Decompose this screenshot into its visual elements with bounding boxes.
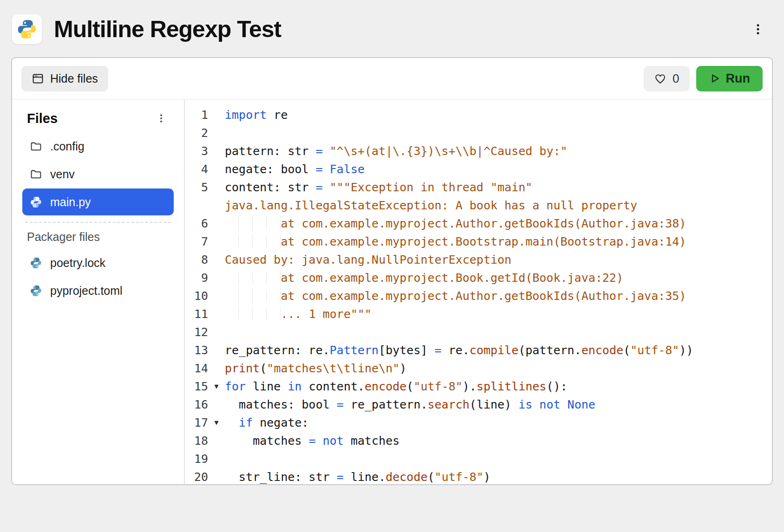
line-number: 9	[185, 269, 208, 287]
line-number: 16	[185, 396, 208, 414]
fold-spacer	[208, 432, 225, 450]
code-text: ... 1 more"""	[225, 305, 372, 323]
code-row: 6 at com.example.myproject.Author.getBoo…	[185, 214, 772, 233]
code-text: matches = not matches	[225, 432, 399, 450]
fold-arrow-icon[interactable]: ▼	[208, 414, 225, 432]
sidebar-item-poetry-lock[interactable]: poetry.lock	[22, 249, 174, 276]
fold-spacer	[208, 359, 225, 377]
code-row: 18 matches = not matches	[185, 432, 772, 450]
file-list: .configvenvmain.py	[22, 133, 174, 215]
heart-icon	[654, 72, 666, 85]
hide-files-button[interactable]: Hide files	[21, 66, 108, 91]
folder-icon	[30, 140, 42, 153]
likes-button[interactable]: 0	[644, 66, 689, 91]
line-number: 20	[185, 468, 208, 484]
sidebar-item-config[interactable]: .config	[22, 133, 174, 160]
fold-spacer	[208, 178, 225, 196]
file-label: poetry.lock	[50, 256, 105, 270]
header: Multiline Regexp Test	[0, 0, 784, 46]
line-number: 18	[185, 432, 208, 450]
sidebar-item-pyproject-toml[interactable]: pyproject.toml	[22, 277, 174, 304]
python-icon	[30, 285, 42, 297]
code-row: 13re_pattern: re.Pattern[bytes] = re.com…	[185, 341, 772, 359]
header-menu-button[interactable]	[749, 20, 767, 39]
sidebar-item-main-py[interactable]: main.py	[22, 188, 174, 215]
files-header-row: Files	[22, 110, 174, 133]
fold-spacer	[208, 124, 225, 142]
code-row: 16 matches: bool = re_pattern.search(lin…	[185, 396, 772, 414]
code-row: 4negate: bool = False	[185, 160, 772, 178]
panel-body: Files .configvenvmain.py Packager files …	[12, 99, 772, 484]
code-text: for line in content.encode("utf-8").spli…	[225, 377, 568, 396]
play-icon	[709, 72, 721, 84]
file-sidebar: Files .configvenvmain.py Packager files …	[12, 99, 185, 484]
fold-spacer	[208, 287, 225, 305]
line-number: 17	[185, 414, 208, 432]
packager-files-header: Packager files	[22, 227, 174, 249]
code-text: Caused by: java.lang.NullPointerExceptio…	[225, 251, 511, 269]
fold-spacer	[208, 341, 225, 359]
line-number: 11	[185, 305, 208, 323]
code-text: matches: bool = re_pattern.search(line) …	[225, 396, 595, 414]
toolbar: Hide files 0 Run	[12, 58, 772, 99]
code-text: content: str = """Exception in thread "m…	[225, 178, 532, 196]
code-text: re_pattern: re.Pattern[bytes] = re.compi…	[225, 341, 693, 359]
hide-files-label: Hide files	[50, 72, 98, 85]
divider	[25, 222, 171, 223]
fold-spacer	[208, 269, 225, 287]
fold-spacer	[208, 450, 225, 468]
line-number: 4	[185, 160, 208, 178]
code-row: 19	[185, 450, 772, 468]
fold-arrow-icon[interactable]: ▼	[208, 377, 225, 396]
folder-icon	[30, 168, 42, 181]
packager-file-list: poetry.lockpyproject.toml	[22, 249, 174, 304]
python-icon	[30, 257, 42, 269]
code-row: 20 str_line: str = line.decode("utf-8")	[185, 468, 772, 484]
code-row: 3pattern: str = "^\s+(at|\.{3})\s+\\b|^C…	[185, 142, 772, 160]
fold-spacer	[208, 106, 225, 124]
python-icon	[30, 196, 42, 208]
code-row: 17▼ if negate:	[185, 414, 772, 432]
files-header: Files	[27, 111, 58, 126]
code-text: java.lang.IllegalStateException: A book …	[225, 196, 637, 214]
line-number: 14	[185, 359, 208, 377]
file-label: venv	[50, 168, 75, 181]
code-row: 9 at com.example.myproject.Book.getId(Bo…	[185, 269, 772, 287]
line-number: 6	[185, 214, 208, 233]
fold-spacer	[208, 396, 225, 414]
code-row: 5content: str = """Exception in thread "…	[185, 178, 772, 196]
python-logo-icon	[12, 14, 42, 44]
code-row: 12	[185, 323, 772, 341]
run-button[interactable]: Run	[696, 66, 763, 91]
files-menu-button[interactable]	[153, 110, 169, 126]
line-number: 19	[185, 450, 208, 468]
code-text: at com.example.myproject.Book.getId(Book…	[225, 269, 623, 287]
code-text: if negate:	[225, 414, 309, 432]
fold-spacer	[208, 160, 225, 178]
file-label: pyproject.toml	[50, 284, 123, 298]
code-row: 1import re	[185, 106, 772, 124]
code-row: 10 at com.example.myproject.Author.getBo…	[185, 287, 772, 305]
likes-count: 0	[673, 71, 679, 86]
code-text: import re	[225, 106, 287, 124]
line-number: 1	[185, 106, 208, 124]
file-label: .config	[50, 140, 85, 153]
code-text: pattern: str = "^\s+(at|\.{3})\s+\\b|^Ca…	[225, 142, 568, 160]
code-text: print("matches\t\tline\n")	[225, 359, 406, 377]
code-editor[interactable]: 1import re23pattern: str = "^\s+(at|\.{3…	[185, 99, 772, 484]
files-icon	[32, 72, 44, 85]
code-text: at com.example.myproject.Author.getBookI…	[225, 287, 686, 305]
sidebar-item-venv[interactable]: venv	[22, 161, 174, 188]
code-text: negate: bool = False	[225, 160, 365, 178]
line-number: 12	[185, 323, 208, 341]
code-row: java.lang.IllegalStateException: A book …	[185, 196, 772, 214]
file-label: main.py	[50, 195, 91, 209]
code-row: 7 at com.example.myproject.Bootstrap.mai…	[185, 233, 772, 251]
fold-spacer	[208, 251, 225, 269]
line-number: 3	[185, 142, 208, 160]
page: Multiline Regexp Test Hide files 0 Run F…	[0, 0, 784, 532]
fold-spacer	[208, 142, 225, 160]
repl-panel: Hide files 0 Run Files .configvenvmain.p…	[11, 57, 773, 485]
line-number: 10	[185, 287, 208, 305]
fold-spacer	[208, 196, 225, 214]
